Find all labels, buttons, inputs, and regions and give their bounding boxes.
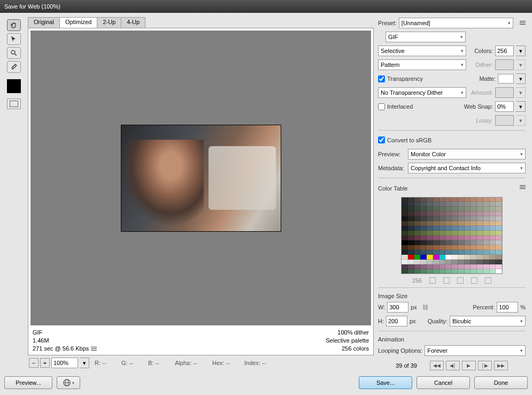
color-swatch[interactable] xyxy=(402,264,408,269)
color-swatch[interactable] xyxy=(440,211,446,216)
preview-in-browser-button[interactable]: ▾ xyxy=(57,376,80,389)
color-swatch[interactable] xyxy=(408,221,414,226)
slice-select-tool[interactable] xyxy=(7,33,21,45)
color-swatch[interactable] xyxy=(420,255,427,260)
color-swatch[interactable] xyxy=(490,226,496,231)
color-swatch[interactable] xyxy=(414,207,421,211)
color-swatch[interactable] xyxy=(433,198,440,202)
color-swatch[interactable] xyxy=(471,231,477,236)
color-swatch[interactable] xyxy=(414,226,421,231)
color-swatch[interactable] xyxy=(433,269,440,274)
websnap-stepper[interactable]: ▾ xyxy=(516,101,526,112)
ct-new-icon[interactable] xyxy=(471,277,477,284)
color-swatch[interactable] xyxy=(420,245,427,250)
first-frame-button[interactable]: ◀◀ xyxy=(430,361,444,370)
color-swatch[interactable] xyxy=(420,216,427,221)
color-swatch[interactable] xyxy=(420,221,427,226)
color-swatch[interactable] xyxy=(408,269,414,274)
color-swatch[interactable] xyxy=(433,202,440,207)
color-swatch[interactable] xyxy=(465,255,471,260)
color-swatch[interactable] xyxy=(440,255,446,260)
color-swatch[interactable] xyxy=(414,221,421,226)
color-swatch[interactable] xyxy=(402,236,408,240)
color-swatch[interactable] xyxy=(427,198,433,202)
color-swatch[interactable] xyxy=(452,236,458,240)
color-swatch[interactable] xyxy=(483,231,490,236)
color-swatch[interactable] xyxy=(427,216,433,221)
color-swatch[interactable] xyxy=(496,236,502,240)
color-swatch[interactable] xyxy=(490,255,496,260)
color-swatch[interactable] xyxy=(483,260,490,264)
color-swatch[interactable] xyxy=(433,236,440,240)
color-swatch[interactable] xyxy=(420,264,427,269)
slice-visibility-toggle[interactable] xyxy=(7,98,21,109)
color-swatch[interactable] xyxy=(483,226,490,231)
color-swatch[interactable] xyxy=(490,221,496,226)
color-swatch[interactable] xyxy=(420,250,427,255)
color-swatch[interactable] xyxy=(465,207,471,211)
color-swatch[interactable] xyxy=(496,231,502,236)
color-swatch[interactable] xyxy=(420,240,427,245)
color-swatch[interactable] xyxy=(477,216,483,221)
color-swatch[interactable] xyxy=(465,250,471,255)
color-swatch[interactable] xyxy=(408,245,414,250)
color-swatch[interactable] xyxy=(452,211,458,216)
color-swatch[interactable] xyxy=(471,269,477,274)
color-swatch[interactable] xyxy=(458,269,465,274)
color-swatch[interactable] xyxy=(414,198,421,202)
color-swatch[interactable] xyxy=(465,211,471,216)
color-swatch[interactable] xyxy=(458,240,465,245)
color-swatch[interactable] xyxy=(440,202,446,207)
color-swatch[interactable] xyxy=(496,207,502,211)
color-swatch[interactable] xyxy=(452,240,458,245)
format-select[interactable]: GIF xyxy=(385,32,466,42)
ct-shift-icon[interactable] xyxy=(443,277,450,284)
color-swatch[interactable] xyxy=(452,226,458,231)
color-swatch[interactable] xyxy=(402,260,408,264)
color-swatch[interactable] xyxy=(427,226,433,231)
color-swatch[interactable] xyxy=(452,264,458,269)
tab-original[interactable]: Original xyxy=(28,17,60,28)
color-swatch[interactable] xyxy=(471,236,477,240)
color-swatch[interactable] xyxy=(440,207,446,211)
color-swatch[interactable] xyxy=(458,260,465,264)
color-swatch[interactable] xyxy=(471,221,477,226)
color-swatch[interactable] xyxy=(427,260,433,264)
color-swatch[interactable] xyxy=(471,207,477,211)
color-swatch[interactable] xyxy=(408,202,414,207)
color-swatch[interactable] xyxy=(402,245,408,250)
dither-method-select[interactable]: Pattern xyxy=(378,59,466,70)
color-swatch[interactable] xyxy=(414,264,421,269)
color-swatch[interactable] xyxy=(496,202,502,207)
color-swatch[interactable] xyxy=(414,211,421,216)
color-swatch[interactable] xyxy=(465,202,471,207)
color-swatch[interactable] xyxy=(483,202,490,207)
color-swatch[interactable] xyxy=(440,236,446,240)
color-swatch[interactable] xyxy=(496,269,502,274)
color-swatch[interactable] xyxy=(408,231,414,236)
zoom-dropdown[interactable]: ▾ xyxy=(80,358,89,368)
color-swatch[interactable] xyxy=(471,264,477,269)
color-table[interactable] xyxy=(401,197,503,275)
color-swatch[interactable] xyxy=(445,198,452,202)
color-swatch[interactable] xyxy=(408,250,414,255)
cancel-button[interactable]: Cancel xyxy=(417,376,470,389)
color-swatch[interactable] xyxy=(427,269,433,274)
looping-select[interactable]: Forever xyxy=(425,345,526,356)
color-swatch[interactable] xyxy=(452,216,458,221)
color-swatch[interactable] xyxy=(414,245,421,250)
color-swatch[interactable] xyxy=(477,207,483,211)
color-swatch[interactable] xyxy=(445,231,452,236)
color-swatch[interactable] xyxy=(445,240,452,245)
color-swatch[interactable] xyxy=(414,250,421,255)
width-input[interactable] xyxy=(387,302,408,313)
color-swatch[interactable] xyxy=(402,216,408,221)
color-swatch[interactable] xyxy=(458,255,465,260)
color-swatch[interactable] xyxy=(452,260,458,264)
color-swatch[interactable] xyxy=(471,202,477,207)
foreground-swatch[interactable] xyxy=(7,79,21,93)
zoom-in-button[interactable]: + xyxy=(40,358,50,368)
color-swatch[interactable] xyxy=(433,250,440,255)
ct-snap-icon[interactable] xyxy=(429,277,436,284)
preset-select[interactable]: [Unnamed] xyxy=(399,18,513,28)
